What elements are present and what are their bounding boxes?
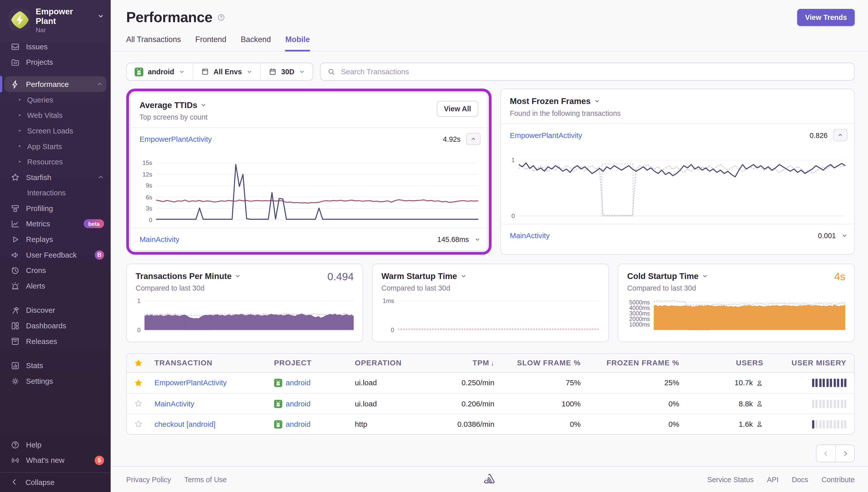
footer-link-docs[interactable]: Docs bbox=[792, 475, 808, 484]
previous-page-button[interactable] bbox=[816, 445, 835, 462]
project-link[interactable]: android bbox=[286, 379, 311, 387]
search-input[interactable] bbox=[340, 67, 848, 76]
footer-link-api[interactable]: API bbox=[767, 475, 778, 484]
discover-icon bbox=[10, 305, 20, 315]
sidebar-subitem-interactions[interactable]: Interactions bbox=[0, 185, 111, 200]
frozen-frame-value: 0% bbox=[668, 420, 679, 428]
next-page-button[interactable] bbox=[835, 445, 854, 462]
project-link[interactable]: android bbox=[286, 400, 311, 408]
sidebar-item-releases[interactable]: Releases bbox=[0, 334, 111, 349]
sidebar-gap bbox=[0, 349, 111, 358]
sidebar-item-label: Settings bbox=[26, 377, 53, 385]
sidebar-item-help[interactable]: Help bbox=[0, 437, 111, 452]
transaction-link[interactable]: EmpowerPlantActivity bbox=[155, 379, 227, 387]
tpm-cell: 0.250/min bbox=[430, 379, 499, 387]
transaction-link[interactable]: EmpowerPlantActivity bbox=[510, 131, 582, 139]
sidebar-item-alerts[interactable]: Alerts bbox=[0, 278, 111, 294]
column-header-tpm[interactable]: TPM↓ bbox=[430, 359, 499, 367]
date-range-filter[interactable]: 30D bbox=[260, 63, 313, 80]
cold-startup-title[interactable]: Cold Startup Time bbox=[627, 271, 845, 281]
column-header-slow-frame[interactable]: SLOW FRAME % bbox=[499, 359, 585, 367]
project-cell: android bbox=[270, 420, 351, 428]
sidebar-item-metrics[interactable]: Metricsbeta bbox=[0, 216, 111, 232]
footer-link-privacy-policy[interactable]: Privacy Policy bbox=[126, 475, 171, 484]
project-filter[interactable]: android bbox=[127, 63, 193, 80]
column-header-label: TPM bbox=[473, 359, 489, 367]
crons-icon bbox=[10, 265, 20, 275]
tab-frontend[interactable]: Frontend bbox=[195, 35, 226, 51]
sidebar-item-issues[interactable]: Issues bbox=[0, 39, 111, 54]
sidebar-item-replays[interactable]: Replays bbox=[0, 231, 111, 247]
sidebar-item-projects[interactable]: Projects bbox=[0, 54, 111, 70]
cold-startup-panel: Cold Startup Time Compared to last 30d 4… bbox=[618, 264, 854, 342]
column-header-label: USERS bbox=[736, 359, 764, 367]
footer-links-right: Service StatusAPIDocsContribute bbox=[707, 475, 854, 484]
sidebar-item-what-s-new[interactable]: What's new5 bbox=[0, 452, 111, 468]
tab-mobile[interactable]: Mobile bbox=[285, 35, 310, 52]
collapse-row-button[interactable] bbox=[466, 133, 481, 145]
star-outline-icon[interactable] bbox=[134, 420, 143, 428]
page-header: Performance View Trends bbox=[111, 0, 868, 26]
sidebar-item-performance[interactable]: Performance bbox=[4, 76, 106, 92]
sidebar-item-crons[interactable]: Crons bbox=[0, 262, 111, 278]
column-header-operation[interactable]: OPERATION bbox=[351, 359, 430, 367]
column-header-users[interactable]: USERS bbox=[684, 359, 768, 367]
warm-startup-title[interactable]: Warm Startup Time bbox=[381, 271, 599, 281]
tabs: All TransactionsFrontendBackendMobile bbox=[111, 35, 868, 52]
sidebar-subitem-queries[interactable]: Queries bbox=[0, 92, 111, 107]
transaction-link[interactable]: MainActivity bbox=[139, 235, 179, 243]
ttid-chart: 15s12s9s6s3s0 bbox=[131, 150, 487, 228]
most-frozen-frames-panel: Most Frozen Frames Found in the followin… bbox=[501, 89, 854, 255]
sidebar-item-dashboards[interactable]: Dashboards bbox=[0, 318, 111, 334]
y-tick-label: 1ms bbox=[383, 298, 394, 304]
collapse-row-button[interactable] bbox=[833, 129, 847, 141]
org-switcher[interactable]: Empower Plant Nar bbox=[0, 0, 111, 39]
column-header-project[interactable]: PROJECT bbox=[270, 359, 351, 367]
column-header-transaction[interactable]: TRANSACTION bbox=[150, 359, 270, 367]
chevron-down-icon bbox=[179, 69, 185, 75]
tpm-title[interactable]: Transactions Per Minute bbox=[136, 271, 354, 281]
sidebar-subitem-screen-loads[interactable]: Screen Loads bbox=[0, 123, 111, 139]
sidebar-item-starfish[interactable]: Starfish bbox=[0, 169, 111, 185]
footer-link-contribute[interactable]: Contribute bbox=[821, 475, 854, 484]
transaction-link[interactable]: EmpowerPlantActivity bbox=[139, 135, 212, 143]
star-outline-icon[interactable] bbox=[134, 399, 143, 408]
expand-row-chevron-icon[interactable] bbox=[475, 236, 481, 242]
footer-link-terms-of-use[interactable]: Terms of Use bbox=[184, 475, 227, 484]
column-header-frozen-frame[interactable]: FROZEN FRAME % bbox=[585, 359, 684, 367]
sidebar-item-settings[interactable]: Settings bbox=[0, 373, 111, 389]
sidebar-item-label: Profiling bbox=[26, 204, 53, 212]
sidebar-item-discover[interactable]: Discover bbox=[0, 302, 111, 318]
sidebar-item-stats[interactable]: Stats bbox=[0, 358, 111, 373]
frozen-frames-title[interactable]: Most Frozen Frames bbox=[510, 96, 845, 106]
sidebar-item-collapse[interactable]: Collapse bbox=[0, 472, 111, 492]
avg-ttids-title[interactable]: Average TTIDs bbox=[139, 100, 478, 109]
project-link[interactable]: android bbox=[286, 420, 311, 428]
view-trends-button[interactable]: View Trends bbox=[797, 9, 854, 26]
android-project-icon bbox=[134, 67, 143, 76]
sidebar-item-profiling[interactable]: Profiling bbox=[0, 200, 111, 216]
users-cell: 1.6k bbox=[684, 420, 768, 428]
transaction-link[interactable]: MainActivity bbox=[155, 400, 194, 408]
transaction-link[interactable]: MainActivity bbox=[510, 231, 550, 240]
sidebar-subitem-resources[interactable]: Resources bbox=[0, 154, 111, 169]
tab-backend[interactable]: Backend bbox=[241, 35, 271, 51]
panel-subtitle: Compared to last 30d bbox=[136, 284, 354, 292]
highlighted-widget-ring: Average TTIDs Top screens by count View … bbox=[126, 89, 491, 255]
footer-link-service-status[interactable]: Service Status bbox=[707, 475, 754, 484]
help-circle-icon[interactable] bbox=[217, 13, 225, 22]
column-header-user-misery[interactable]: USER MISERY bbox=[768, 359, 854, 367]
view-all-button[interactable]: View All bbox=[437, 101, 478, 117]
frozen-frame-cell: 0% bbox=[585, 400, 684, 408]
star-filled-icon[interactable] bbox=[134, 378, 143, 387]
transaction-link[interactable]: checkout [android] bbox=[155, 420, 216, 428]
sidebar-item-user-feedback[interactable]: User FeedbackB bbox=[0, 247, 111, 263]
sidebar-subitem-web-vitals[interactable]: Web Vitals bbox=[0, 107, 111, 123]
sidebar-subitem-app-starts[interactable]: App Starts bbox=[0, 139, 111, 154]
org-subtitle: Nar bbox=[36, 27, 104, 33]
cold-startup-chart: 5000ms4000ms3000ms2000ms1000ms bbox=[618, 292, 854, 331]
environment-filter[interactable]: All Envs bbox=[193, 63, 260, 80]
expand-row-chevron-icon[interactable] bbox=[841, 232, 847, 238]
tab-all-transactions[interactable]: All Transactions bbox=[126, 35, 181, 51]
help-icon bbox=[10, 440, 20, 450]
